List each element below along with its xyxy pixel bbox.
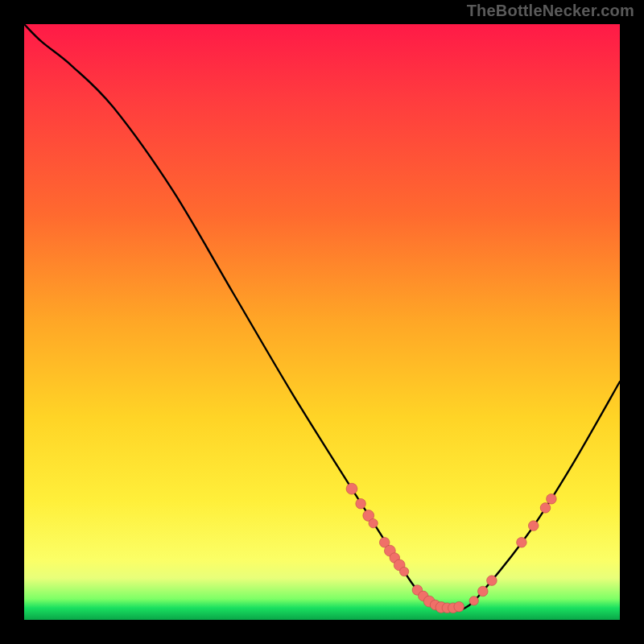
curve-marker bbox=[517, 538, 527, 548]
curve-marker bbox=[469, 597, 478, 605]
chart-frame: TheBottleNecker.com bbox=[0, 0, 644, 644]
curve-marker bbox=[369, 518, 378, 527]
curve-svg bbox=[24, 24, 620, 620]
curve-marker bbox=[454, 601, 464, 612]
curve-marker bbox=[487, 576, 497, 586]
curve-marker bbox=[540, 503, 551, 514]
curve-marker bbox=[547, 493, 557, 504]
curve-marker bbox=[346, 483, 357, 494]
curve-marker bbox=[399, 567, 408, 576]
curve-markers bbox=[346, 483, 556, 613]
watermark-text: TheBottleNecker.com bbox=[467, 2, 634, 20]
plot-area bbox=[24, 24, 620, 620]
curve-marker bbox=[478, 586, 489, 597]
curve-marker bbox=[528, 521, 539, 531]
curve-marker bbox=[356, 498, 366, 509]
